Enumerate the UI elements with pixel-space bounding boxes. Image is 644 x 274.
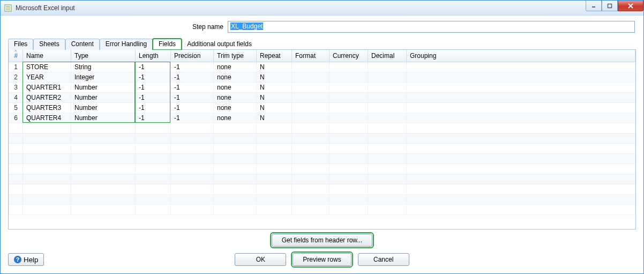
cell[interactable]: [368, 194, 407, 204]
cell[interactable]: [330, 164, 368, 174]
table-row[interactable]: 3QUARTER1Number-1-1noneN: [9, 82, 635, 92]
cell[interactable]: [71, 133, 136, 143]
cell[interactable]: -1: [171, 113, 214, 123]
cell[interactable]: [257, 194, 292, 204]
cell[interactable]: [368, 153, 407, 164]
cell[interactable]: [407, 72, 635, 82]
minimize-button[interactable]: [586, 1, 602, 11]
cell[interactable]: [9, 143, 23, 153]
column-header[interactable]: Decimal: [368, 50, 407, 62]
cell[interactable]: [368, 164, 407, 174]
cell[interactable]: [9, 133, 23, 143]
cell[interactable]: [407, 133, 635, 143]
cell[interactable]: QUARTER1: [23, 82, 71, 92]
cell[interactable]: [292, 92, 330, 102]
cell[interactable]: [292, 164, 330, 174]
cell[interactable]: [407, 153, 635, 164]
cell[interactable]: [330, 62, 368, 72]
cell[interactable]: [330, 92, 368, 102]
cell[interactable]: [214, 194, 257, 204]
cell[interactable]: [292, 174, 330, 184]
cell[interactable]: none: [214, 113, 257, 123]
cell[interactable]: [214, 123, 257, 133]
cell[interactable]: [407, 92, 635, 102]
table-row[interactable]: 1STOREString-1-1noneN: [9, 62, 635, 72]
cell[interactable]: -1: [136, 92, 171, 102]
ok-button[interactable]: OK: [235, 253, 286, 266]
cell[interactable]: [330, 153, 368, 164]
cell[interactable]: [292, 133, 330, 143]
cell[interactable]: -1: [171, 72, 214, 82]
cell[interactable]: 6: [9, 113, 23, 123]
cell[interactable]: Number: [71, 102, 136, 113]
cell[interactable]: YEAR: [23, 72, 71, 82]
cell[interactable]: [71, 184, 136, 194]
cell[interactable]: [214, 164, 257, 174]
cell[interactable]: [136, 153, 171, 164]
cell[interactable]: [9, 123, 23, 133]
cell[interactable]: Number: [71, 82, 136, 92]
get-fields-button[interactable]: Get fields from header row...: [272, 234, 373, 247]
column-header[interactable]: Trim type: [214, 50, 257, 62]
cell[interactable]: [23, 153, 71, 164]
cell[interactable]: [71, 204, 136, 214]
cell[interactable]: -1: [136, 102, 171, 113]
cell[interactable]: [171, 153, 214, 164]
cell[interactable]: [368, 174, 407, 184]
fields-grid[interactable]: #^NameTypeLengthPrecisionTrim typeRepeat…: [8, 50, 636, 229]
column-header[interactable]: Name: [23, 50, 71, 62]
cell[interactable]: -1: [136, 72, 171, 82]
cell[interactable]: [330, 143, 368, 153]
cell[interactable]: [407, 174, 635, 184]
cell[interactable]: [257, 204, 292, 214]
cell[interactable]: [330, 184, 368, 194]
cell[interactable]: [368, 102, 407, 113]
cell[interactable]: [171, 174, 214, 184]
cell[interactable]: [292, 143, 330, 153]
cell[interactable]: 1: [9, 62, 23, 72]
cell[interactable]: N: [257, 92, 292, 102]
tab-error-handling[interactable]: Error Handling: [100, 39, 153, 50]
cell[interactable]: [171, 143, 214, 153]
cell[interactable]: [257, 184, 292, 194]
cell[interactable]: [292, 153, 330, 164]
cell[interactable]: [23, 194, 71, 204]
preview-rows-button[interactable]: Preview rows: [293, 253, 351, 266]
titlebar[interactable]: Microsoft Excel input: [1, 1, 643, 16]
tab-files[interactable]: Files: [8, 39, 33, 50]
cell[interactable]: [214, 184, 257, 194]
tab-content[interactable]: Content: [65, 39, 100, 50]
tab-fields[interactable]: Fields: [153, 39, 182, 50]
cell[interactable]: [214, 174, 257, 184]
cell[interactable]: [23, 133, 71, 143]
cell[interactable]: none: [214, 102, 257, 113]
cell[interactable]: [171, 184, 214, 194]
cell[interactable]: Number: [71, 113, 136, 123]
cell[interactable]: [368, 123, 407, 133]
cell[interactable]: [136, 164, 171, 174]
cell[interactable]: N: [257, 82, 292, 92]
cell[interactable]: [407, 143, 635, 153]
cell[interactable]: [136, 194, 171, 204]
cell[interactable]: [368, 204, 407, 214]
cell[interactable]: 2: [9, 72, 23, 82]
close-button[interactable]: [618, 1, 643, 11]
cell[interactable]: [292, 82, 330, 92]
cell[interactable]: -1: [136, 62, 171, 72]
cell[interactable]: [136, 174, 171, 184]
cell[interactable]: [214, 133, 257, 143]
help-button[interactable]: ? Help: [8, 253, 44, 266]
cell[interactable]: [292, 113, 330, 123]
cell[interactable]: [214, 204, 257, 214]
cell[interactable]: [407, 123, 635, 133]
cell[interactable]: [23, 143, 71, 153]
cell[interactable]: [292, 102, 330, 113]
column-header[interactable]: Currency: [330, 50, 368, 62]
column-header[interactable]: Grouping: [407, 50, 635, 62]
cell[interactable]: Number: [71, 92, 136, 102]
cell[interactable]: QUARTER2: [23, 92, 71, 102]
cell[interactable]: N: [257, 72, 292, 82]
cell[interactable]: [71, 143, 136, 153]
cell[interactable]: N: [257, 102, 292, 113]
cell[interactable]: [407, 204, 635, 214]
